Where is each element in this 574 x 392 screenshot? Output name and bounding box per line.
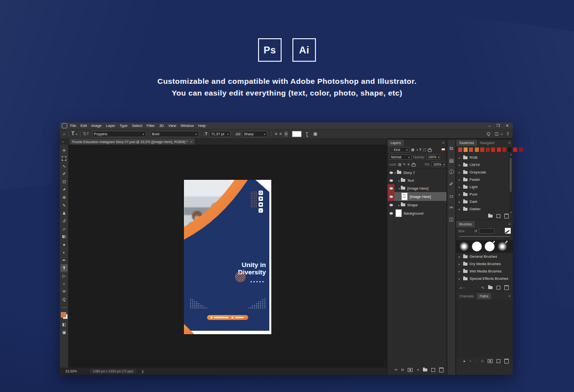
- type-tool-icon[interactable]: T: [71, 131, 74, 136]
- new-path-icon[interactable]: [496, 359, 500, 363]
- tab-channels[interactable]: Channels: [456, 293, 477, 299]
- delete-swatch-icon[interactable]: [504, 214, 509, 219]
- text-orientation-icon[interactable]: ⇅T: [83, 132, 89, 136]
- tab-brushes[interactable]: Brushes: [456, 221, 475, 227]
- color-swatch[interactable]: [480, 147, 484, 152]
- type-tool[interactable]: T: [60, 264, 68, 272]
- color-swatch[interactable]: [486, 147, 490, 152]
- visibility-eye-icon[interactable]: [390, 204, 393, 206]
- new-group-icon[interactable]: [423, 368, 427, 371]
- close-button[interactable]: ✕: [506, 123, 509, 128]
- fill-path-icon[interactable]: ●: [463, 359, 465, 363]
- font-family-select[interactable]: Poppins▾: [92, 131, 146, 137]
- brushes-menu-icon[interactable]: ≡: [508, 222, 511, 226]
- tab-layers[interactable]: Layers: [388, 140, 404, 146]
- toolbar-collapse-icon[interactable]: »: [62, 140, 64, 144]
- type-tool-caret-icon[interactable]: ▾: [76, 132, 78, 136]
- layer-row[interactable]: ▾ Story 7: [388, 169, 446, 176]
- color-swatches-control[interactable]: [61, 312, 68, 319]
- layer-thumbnail[interactable]: [401, 193, 408, 200]
- swatch-group[interactable]: ▸Darker: [456, 205, 513, 213]
- swatches-menu-icon[interactable]: ≡: [508, 141, 511, 145]
- menu-select[interactable]: Select: [132, 123, 142, 128]
- color-swatch[interactable]: [469, 147, 473, 152]
- tab-swatches[interactable]: Swatches: [456, 140, 477, 146]
- color-swatch[interactable]: [513, 147, 517, 152]
- shape-tool[interactable]: ○: [60, 280, 68, 288]
- restore-button[interactable]: ❐: [496, 123, 500, 128]
- search-icon[interactable]: Q: [487, 132, 490, 136]
- layer-style-icon[interactable]: fx: [401, 368, 404, 371]
- blend-mode-select[interactable]: Normal▾: [389, 154, 412, 160]
- align-left-icon[interactable]: ≡: [275, 132, 277, 136]
- brush-stroke-toggle-icon[interactable]: ✎: [481, 286, 484, 290]
- brush-preview-slider-icon[interactable]: ▲—: [459, 286, 465, 289]
- brush-group[interactable]: ▸General Brushes: [456, 253, 513, 260]
- stroke-path-icon[interactable]: ○: [469, 359, 471, 363]
- color-swatch[interactable]: [508, 147, 512, 152]
- quick-selection-tool[interactable]: ✐: [60, 170, 68, 178]
- tab-paths[interactable]: Paths: [477, 293, 492, 299]
- filter-adjustment-icon[interactable]: ◑: [416, 148, 418, 151]
- fill-select[interactable]: 100%▾: [431, 162, 445, 167]
- more-tools-icon[interactable]: ⋯: [60, 303, 68, 311]
- delete-path-icon[interactable]: [504, 359, 509, 364]
- blur-tool[interactable]: ●: [60, 241, 68, 248]
- swatch-group[interactable]: ▸Grayscale: [456, 169, 513, 176]
- properties-panel-icon[interactable]: ▤: [449, 154, 453, 166]
- dodge-tool[interactable]: ◐: [60, 248, 68, 256]
- quick-mask-icon[interactable]: ◧: [60, 320, 68, 328]
- layer-row[interactable]: ▸ Shape: [388, 201, 446, 209]
- anti-alias-select[interactable]: Sharp▾: [242, 131, 267, 137]
- new-swatch-group-icon[interactable]: [488, 215, 493, 218]
- menu-edit[interactable]: Edit: [80, 123, 87, 128]
- clone-source-panel-icon[interactable]: ⚏: [449, 190, 454, 201]
- visibility-eye-icon[interactable]: [390, 212, 393, 215]
- gradient-tool[interactable]: [60, 233, 68, 241]
- visibility-eye-icon[interactable]: [390, 196, 393, 198]
- color-swatch[interactable]: [502, 147, 506, 152]
- zoom-level[interactable]: 33,33%: [65, 369, 77, 373]
- hand-tool[interactable]: Ψ: [60, 288, 68, 295]
- document-close-icon[interactable]: ×: [190, 140, 192, 144]
- menu-filter[interactable]: Filter: [147, 123, 155, 128]
- history-brush-tool[interactable]: ↺: [60, 217, 68, 225]
- add-mask-icon[interactable]: [488, 359, 493, 363]
- menu-3d[interactable]: 3D: [159, 123, 164, 128]
- text-color-swatch[interactable]: [292, 131, 302, 137]
- tool-presets-panel-icon[interactable]: ✂: [449, 201, 453, 213]
- marquee-tool[interactable]: [60, 154, 68, 162]
- lock-transparency-icon[interactable]: ▨: [398, 163, 402, 166]
- color-swatch[interactable]: [475, 147, 479, 152]
- screen-mode-icon[interactable]: ▣: [60, 328, 68, 336]
- layer-thumbnail[interactable]: [395, 209, 402, 217]
- layer-row[interactable]: ▾ [Image Here]: [388, 184, 446, 192]
- swatch-group[interactable]: ▸CMYK: [456, 161, 513, 169]
- swatch-group[interactable]: ▸Pastel: [456, 176, 513, 183]
- brush-group[interactable]: ▸Dry Media Brushes: [456, 260, 513, 268]
- menu-window[interactable]: Window: [181, 123, 194, 128]
- filter-type-icon[interactable]: T: [419, 148, 421, 151]
- hard-round-brush[interactable]: [472, 242, 482, 251]
- canvas-area[interactable]: f Unity in Diversity: [68, 145, 387, 368]
- paths-menu-icon[interactable]: ≡: [508, 294, 511, 298]
- pen-tool[interactable]: ✒: [60, 256, 68, 264]
- share-icon[interactable]: ⇪: [506, 132, 510, 136]
- workspace-icon[interactable]: ◫: [495, 132, 499, 136]
- eraser-tool[interactable]: ▱: [60, 225, 68, 233]
- soft-round-brush[interactable]: [459, 242, 469, 251]
- layer-mask-icon[interactable]: [408, 368, 413, 372]
- document-tab[interactable]: Puzzle Education Instagram Story 07.psd …: [70, 139, 195, 145]
- menu-view[interactable]: View: [168, 123, 176, 128]
- swatch-group[interactable]: ▸Dark: [456, 198, 513, 205]
- warp-text-icon[interactable]: Ʈ̰: [306, 132, 309, 136]
- delete-brush-icon[interactable]: [504, 285, 509, 290]
- workspace-caret-icon[interactable]: ▾: [501, 132, 502, 136]
- layer-filter-select[interactable]: ⌕ Kind▾: [389, 147, 410, 152]
- menu-help[interactable]: Help: [198, 123, 206, 128]
- delete-layer-icon[interactable]: [439, 368, 444, 372]
- layer-row-selected[interactable]: [Image Here]: [388, 192, 446, 201]
- toggle-panels-icon[interactable]: ▣: [313, 132, 317, 136]
- swatch-group[interactable]: ▸Pure: [456, 191, 513, 198]
- libraries-panel-icon[interactable]: ◫: [449, 213, 453, 225]
